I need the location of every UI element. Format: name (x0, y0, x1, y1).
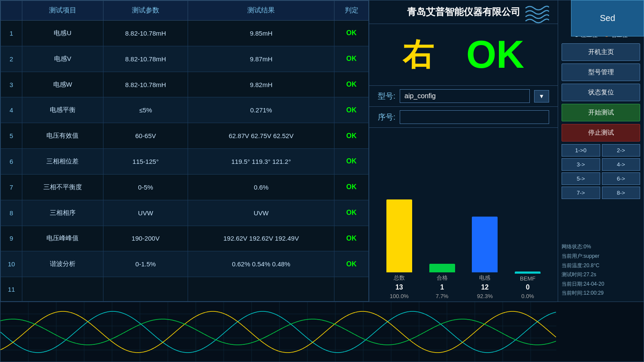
table-row: 3 电感W 8.82-10.78mH 9.82mH OK (1, 72, 369, 97)
cell-item: 电感V (22, 46, 103, 72)
result-direction: 右 (403, 34, 434, 75)
table-row: 10 谐波分析 0-1.5% 0.62% 0.54% 0.48% OK (1, 251, 369, 277)
company-header: 青岛艾普智能仪器有限公司 (369, 0, 558, 24)
serial-label: 序号: (378, 112, 395, 122)
chart-percent: 0.0% (521, 293, 534, 299)
cell-item: 三相相序 (22, 200, 103, 226)
model-label: 型号: (378, 91, 395, 101)
serial-input[interactable] (400, 110, 549, 124)
cell-param: 60-65V (103, 123, 188, 149)
cell-judge: OK (334, 123, 369, 149)
bar-wrapper (429, 195, 455, 272)
bar (429, 264, 455, 272)
network-status: 网络状态:0% (562, 242, 640, 252)
cell-item: 电压峰峰值 (22, 226, 103, 251)
chart-area: 总数 13 100.0% 合格 1 7.7% 电感 12 92.3% BEMF … (369, 127, 558, 302)
model-button[interactable]: 型号管理 (562, 63, 640, 81)
cell-no: 6 (1, 149, 22, 175)
bar (515, 272, 541, 274)
chart-label: 合格 (437, 274, 448, 282)
shortcut-button-s7[interactable]: 7-> (562, 187, 600, 199)
cell-no: 4 (1, 97, 22, 123)
cell-param: 115-125° (103, 149, 188, 175)
cell-result: 0.62% 0.54% 0.48% (188, 251, 334, 277)
bar-wrapper (515, 196, 541, 274)
cell-result: 119.5° 119.3° 121.2° (188, 149, 334, 175)
shortcut-button-s6[interactable]: 6-> (602, 172, 641, 185)
chart-percent: 92.3% (477, 293, 493, 299)
sed-button[interactable]: Sed (571, 0, 644, 36)
cell-judge: OK (334, 174, 369, 200)
cell-param: ≤5% (103, 97, 188, 123)
chart-percent: 100.0% (390, 293, 409, 299)
chart-label: BEMF (520, 275, 535, 282)
cell-param: 190-200V (103, 226, 188, 251)
cell-item: 电感U (22, 21, 103, 46)
table-row: 5 电压有效值 60-65V 62.87V 62.75V 62.52V OK (1, 123, 369, 149)
cell-no: 9 (1, 226, 22, 251)
cell-judge: OK (334, 200, 369, 226)
current-user: 当前用户:supper (562, 252, 640, 261)
shortcut-button-s1[interactable]: 1->0 (562, 144, 600, 157)
col-item: 测试项目 (22, 1, 103, 21)
cell-param: 8.82-10.78mH (103, 72, 188, 97)
cell-judge: OK (334, 72, 369, 97)
cell-item: 三相相位差 (22, 149, 103, 175)
model-dropdown-button[interactable]: ▼ (534, 90, 549, 103)
cell-judge: OK (334, 21, 369, 46)
reset-button[interactable]: 状态复位 (562, 84, 640, 101)
model-input[interactable] (400, 89, 530, 103)
cell-result: 0.271% (188, 97, 334, 123)
cell-judge: OK (334, 46, 369, 72)
waveform-section (0, 302, 644, 362)
stop-button[interactable]: 停止测试 (562, 124, 640, 142)
current-temp: 当前温度:20.8°C (562, 261, 640, 271)
cell-result: 9.85mH (188, 21, 334, 46)
chart-group: 总数 13 100.0% (386, 195, 412, 299)
cell-item: 三相不平衡度 (22, 174, 103, 200)
home-button[interactable]: 开机主页 (562, 43, 640, 61)
chart-count: 0 (526, 284, 530, 291)
bar (472, 217, 498, 272)
table-row: 4 电感平衡 ≤5% 0.271% OK (1, 97, 369, 123)
col-judge: 判定 (334, 1, 369, 21)
cell-judge (334, 277, 369, 302)
result-area: 右 OK (369, 24, 558, 85)
cell-param: 0-1.5% (103, 251, 188, 277)
cell-item: 电感平衡 (22, 97, 103, 123)
test-table-section: 测试项目 测试参数 测试结果 判定 1 电感U 8.82-10.78mH 9.8… (0, 0, 369, 302)
cell-judge: OK (334, 97, 369, 123)
right-panel: IP 艾普 Instrument System 左工位 右工位 开机主页 型号管… (558, 0, 644, 302)
center-panel: 青岛艾普智能仪器有限公司 右 OK 型号: ▼ 序号: (369, 0, 558, 302)
chart-count: 13 (395, 284, 403, 291)
cell-result (188, 277, 334, 302)
cell-result: 192.62V 192.62V 192.49V (188, 226, 334, 251)
company-name: 青岛艾普智能仪器有限公司 (407, 6, 520, 18)
cell-result: 9.87mH (188, 46, 334, 72)
table-row: 9 电压峰峰值 190-200V 192.62V 192.62V 192.49V… (1, 226, 369, 251)
serial-row: 序号: (369, 106, 558, 127)
shortcut-button-s5[interactable]: 5-> (562, 172, 600, 185)
model-row: 型号: ▼ (369, 85, 558, 106)
cell-no: 2 (1, 46, 22, 72)
chart-count: 12 (481, 284, 489, 291)
cell-judge: OK (334, 226, 369, 251)
cell-no: 11 (1, 277, 22, 302)
shortcut-button-s4[interactable]: 4-> (602, 158, 641, 171)
shortcut-button-s3[interactable]: 3-> (562, 158, 600, 171)
chart-container: 总数 13 100.0% 合格 1 7.7% 电感 12 92.3% BEMF … (378, 132, 549, 299)
shortcut-button-s8[interactable]: 8-> (602, 187, 641, 199)
chart-group: BEMF 0 0.0% (515, 196, 541, 299)
cell-item (22, 277, 103, 302)
cell-no: 7 (1, 174, 22, 200)
table-row: 11 (1, 277, 369, 302)
chart-label: 电感 (479, 274, 490, 282)
cell-result: 0.6% (188, 174, 334, 200)
cell-judge: OK (334, 149, 369, 175)
cell-param: 8.82-10.78mH (103, 21, 188, 46)
start-button[interactable]: 开始测试 (562, 104, 640, 121)
col-param: 测试参数 (103, 1, 188, 21)
chart-count: 1 (440, 284, 444, 291)
shortcut-button-s2[interactable]: 2-> (602, 144, 641, 157)
table-row: 8 三相相序 UVW UVW OK (1, 200, 369, 226)
